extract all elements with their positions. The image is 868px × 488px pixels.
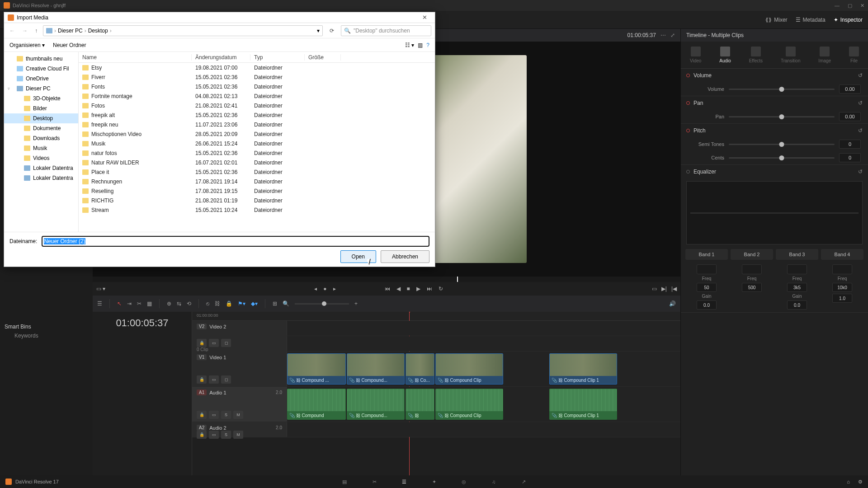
- audio-clip[interactable]: 📎 ⛓ Compound Clip: [435, 389, 503, 420]
- match-frame-button[interactable]: ▭: [652, 286, 657, 292]
- file-row[interactable]: Mischoptionen Video28.05.2021 20:09Datei…: [79, 129, 435, 139]
- lock-icon[interactable]: 🔒: [197, 339, 207, 347]
- sidebar-item[interactable]: Lokaler Datentra: [4, 163, 78, 173]
- volume-slider[interactable]: [729, 89, 835, 90]
- auto-select-icon[interactable]: ▭: [209, 339, 219, 347]
- insert-tool[interactable]: ▦: [147, 300, 152, 307]
- inspector-button[interactable]: ✦Inspector: [834, 17, 863, 23]
- lock-button[interactable]: 🔒: [226, 300, 232, 307]
- page-fairlight[interactable]: ♫: [490, 478, 498, 486]
- sidebar-item[interactable]: 3D-Objekte: [4, 94, 78, 103]
- time-ruler[interactable]: 01:00:00:00: [192, 312, 680, 321]
- eq-band-tab[interactable]: Band 1: [685, 249, 728, 260]
- col-name[interactable]: Name: [79, 54, 192, 61]
- video-clip[interactable]: 📎 ⛓ Co...: [406, 353, 434, 385]
- sidebar-item[interactable]: Creative Cloud Fil: [4, 64, 78, 74]
- breadcrumb[interactable]: › Dieser PC › Desktop › ▾: [43, 25, 323, 36]
- sidebar-item[interactable]: OneDrive: [4, 74, 78, 84]
- home-button[interactable]: ⌂: [847, 479, 850, 485]
- track-a1-header[interactable]: A1Audio 12.0 🔒▭SM: [192, 387, 287, 422]
- stop-button[interactable]: ■: [407, 286, 410, 292]
- link-button[interactable]: ⎋: [206, 300, 209, 307]
- view-button[interactable]: ☷ ▾: [405, 42, 414, 48]
- eq-curve-select[interactable]: [832, 264, 852, 274]
- tab-image[interactable]: Image: [818, 47, 831, 63]
- file-row[interactable]: Stream15.05.2021 10:24Dateiordner: [79, 205, 435, 215]
- file-row[interactable]: Place it15.05.2021 02:36Dateiordner: [79, 167, 435, 177]
- tracks-area[interactable]: 01:00:00:00 V2Video 2 🔒▭◻ 0 Clip: [192, 312, 680, 475]
- eq-band-tab[interactable]: Band 2: [731, 249, 773, 260]
- file-row[interactable]: Natur RAW bILDER16.07.2021 02:01Dateiord…: [79, 158, 435, 167]
- zoom-slider[interactable]: [295, 303, 349, 305]
- preview-button[interactable]: ▥: [418, 42, 423, 48]
- marker-icon[interactable]: ●: [323, 286, 326, 292]
- minimize-button[interactable]: —: [835, 3, 840, 9]
- viewer-menu[interactable]: ⋯: [660, 32, 666, 38]
- sidebar-item[interactable]: Bilder: [4, 103, 78, 113]
- filename-input[interactable]: [42, 236, 429, 247]
- cancel-button[interactable]: Abbrechen: [381, 250, 429, 263]
- settings-button[interactable]: ⚙: [858, 479, 863, 485]
- col-size[interactable]: Größe: [305, 54, 341, 61]
- file-list[interactable]: Name Änderungsdatum Typ Größe Etsy19.08.…: [79, 52, 435, 232]
- snap-button[interactable]: ⊞: [273, 300, 277, 307]
- scrubber[interactable]: [93, 277, 680, 282]
- track-v2-header[interactable]: V2Video 2: [192, 321, 287, 336]
- cents-slider[interactable]: [729, 157, 835, 159]
- tab-audio[interactable]: Audio: [719, 47, 731, 63]
- help-button[interactable]: ?: [426, 42, 429, 48]
- file-row[interactable]: natur fotos15.05.2021 02:36Dateiordner: [79, 148, 435, 158]
- eq-band-tab[interactable]: Band 4: [821, 249, 863, 260]
- back-button[interactable]: ←: [8, 28, 17, 34]
- selection-tool[interactable]: ↖: [117, 300, 122, 307]
- go-end-button[interactable]: ▶|: [661, 286, 667, 292]
- video-clip[interactable]: 📎 ⛓ Compound Clip: [435, 353, 503, 385]
- sidebar-item[interactable]: Lokaler Datentra: [4, 173, 78, 183]
- timeline-view-button[interactable]: ☰: [97, 300, 102, 307]
- pan-slider[interactable]: [729, 116, 835, 117]
- new-folder-button[interactable]: Neuer Ordner: [53, 42, 86, 48]
- file-row[interactable]: RICHTIG21.08.2021 01:19Dateiordner: [79, 196, 435, 205]
- file-row[interactable]: Fonts15.05.2021 02:36Dateiordner: [79, 82, 435, 91]
- tab-file[interactable]: File: [849, 47, 859, 63]
- tab-video[interactable]: Video: [690, 47, 701, 63]
- eq-curve-select[interactable]: [742, 264, 762, 274]
- eq-curve-select[interactable]: [787, 264, 807, 274]
- loop-button[interactable]: ↻: [439, 286, 443, 292]
- flag-button[interactable]: ⚑▾: [238, 300, 245, 307]
- zoom-fit-button[interactable]: 🔍: [283, 300, 289, 307]
- eq-band-tab[interactable]: Band 3: [776, 249, 818, 260]
- replace-button[interactable]: ⟲: [187, 300, 191, 307]
- file-row[interactable]: Fiverr15.05.2021 02:36Dateiordner: [79, 72, 435, 82]
- audio-clip[interactable]: 📎 ⛓ Compound Clip 1: [549, 389, 617, 420]
- first-frame-button[interactable]: ⏮: [385, 286, 390, 292]
- audio-clip[interactable]: 📎 ⛓: [406, 389, 434, 420]
- semitone-slider[interactable]: [729, 144, 835, 145]
- reset-icon[interactable]: ↺: [858, 72, 863, 79]
- col-date[interactable]: Änderungsdatum: [192, 54, 250, 61]
- audio-mute-button[interactable]: 🔊: [669, 300, 676, 307]
- sidebar-item[interactable]: Desktop: [4, 113, 78, 123]
- blade-tool[interactable]: ✂: [137, 300, 142, 307]
- search-box[interactable]: 🔍 "Desktop" durchsuchen: [341, 25, 431, 36]
- file-row[interactable]: Musik26.06.2021 15:24Dateiordner: [79, 139, 435, 148]
- page-media[interactable]: ▤: [340, 478, 349, 486]
- file-row[interactable]: Rechnungen17.08.2021 19:14Dateiordner: [79, 177, 435, 186]
- file-row[interactable]: freepik neu11.07.2021 23:06Dateiordner: [79, 120, 435, 129]
- chain-button[interactable]: ⛓: [215, 300, 220, 307]
- refresh-button[interactable]: ⟳: [326, 28, 337, 34]
- page-color[interactable]: ◎: [460, 478, 468, 486]
- page-cut[interactable]: ✂: [370, 478, 378, 486]
- sidebar-item[interactable]: thumbnails neu: [4, 54, 78, 64]
- zoom-in-button[interactable]: +: [354, 300, 358, 307]
- sidebar-item[interactable]: Downloads: [4, 133, 78, 143]
- dialog-close-button[interactable]: ✕: [418, 14, 431, 21]
- organize-button[interactable]: Organisieren ▾: [9, 42, 45, 48]
- next-frame-button[interactable]: ⏭: [427, 286, 432, 292]
- file-row[interactable]: Fotos21.08.2021 02:41Dateiordner: [79, 101, 435, 110]
- sidebar-item[interactable]: ▿Dieser PC: [4, 84, 78, 94]
- eq-curve-select[interactable]: [697, 264, 717, 274]
- keywords-item[interactable]: Keywords: [5, 330, 88, 342]
- tab-effects[interactable]: Effects: [749, 47, 763, 63]
- col-type[interactable]: Typ: [250, 54, 305, 61]
